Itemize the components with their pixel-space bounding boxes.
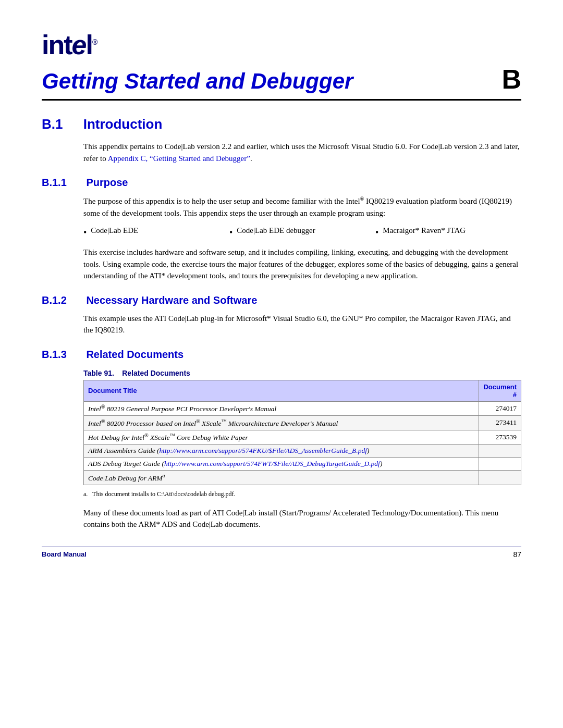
table-cell-title: Hot-Debug for Intel® XScale™ Core Debug … bbox=[84, 430, 479, 445]
section-b12-body: This example uses the ATI Code|Lab plug-… bbox=[83, 313, 521, 336]
section-b11-header: B.1.1 Purpose bbox=[42, 177, 521, 189]
bullet-text-2: Code|Lab EDE debugger bbox=[237, 226, 315, 235]
intel-logo-text: intel® bbox=[42, 30, 96, 60]
b13-body-after-text: Many of these documents load as part of … bbox=[83, 509, 498, 529]
section-b13-header: B.1.3 Related Documents bbox=[42, 349, 521, 361]
bullet-dot-1: • bbox=[83, 226, 87, 239]
b1-body-end: . bbox=[250, 154, 252, 163]
table-cell-title: ARM Assemblers Guide (http://www.arm.com… bbox=[84, 445, 479, 458]
table-cell-title: Code|Lab Debug for ARMa bbox=[84, 471, 479, 485]
bullet-dot-3: • bbox=[375, 226, 378, 239]
table-caption-label: Table 91. bbox=[83, 369, 114, 377]
section-b11-title: Purpose bbox=[86, 177, 128, 188]
chapter-letter: B bbox=[501, 64, 521, 95]
bullet-dot-2: • bbox=[229, 226, 232, 239]
bullet-text-1: Code|Lab EDE bbox=[91, 226, 138, 235]
table-header-title: Document Title bbox=[84, 380, 479, 401]
table-cell-docnum: 274017 bbox=[479, 401, 521, 416]
arm-assembler-link[interactable]: http://www.arm.com/support/574FKU/$File/… bbox=[160, 447, 367, 454]
table-header-number: Document # bbox=[479, 380, 521, 401]
section-b11-body: The purpose of this appendix is to help … bbox=[83, 195, 521, 219]
section-b13-body-after: Many of these documents load as part of … bbox=[83, 507, 521, 530]
bullet-text-3: Macraigor* Raven* JTAG bbox=[383, 226, 466, 235]
appendix-c-link[interactable]: Appendix C, “Getting Started and Debugge… bbox=[108, 154, 250, 163]
table-row: ADS Debug Target Guide (http://www.arm.c… bbox=[84, 458, 521, 471]
table-row: Hot-Debug for Intel® XScale™ Core Debug … bbox=[84, 430, 521, 445]
section-b13-number: B.1.3 bbox=[42, 349, 67, 360]
section-b13-title: Related Documents bbox=[86, 349, 183, 360]
section-b12-header: B.1.2 Necessary Hardware and Software bbox=[42, 294, 521, 306]
page-title: Getting Started and Debugger bbox=[42, 69, 353, 94]
footer-page-number: 87 bbox=[513, 550, 521, 559]
bullet-item-3: • Macraigor* Raven* JTAG bbox=[375, 226, 521, 239]
table-cell-docnum: 273411 bbox=[479, 416, 521, 430]
table-caption: Table 91. Related Documents bbox=[83, 369, 521, 378]
table-cell-docnum: 273539 bbox=[479, 430, 521, 445]
related-documents-table: Document Title Document # Intel® 80219 G… bbox=[83, 380, 521, 485]
footnote-text: a. This document installs to C:\Ati\docs… bbox=[83, 490, 235, 498]
b11-body2-text: This exercise includes hardware and soft… bbox=[83, 248, 518, 280]
table-cell-docnum bbox=[479, 458, 521, 471]
table-cell-title: Intel® 80200 Processor based on Intel® X… bbox=[84, 416, 479, 430]
bullet-item-2: • Code|Lab EDE debugger bbox=[229, 226, 375, 239]
section-b1-header: B.1 Introduction bbox=[42, 116, 521, 132]
section-b12-number: B.1.2 bbox=[42, 294, 67, 306]
section-b1-body: This appendix pertains to Code|Lab versi… bbox=[83, 141, 521, 164]
page-footer: Board Manual 87 bbox=[42, 547, 521, 559]
table-row: ARM Assemblers Guide (http://www.arm.com… bbox=[84, 445, 521, 458]
section-b11-number: B.1.1 bbox=[42, 177, 67, 188]
table-caption-title bbox=[116, 369, 120, 377]
table-row: Intel® 80219 General Purpose PCI Process… bbox=[84, 401, 521, 416]
section-b1-number: B.1 bbox=[42, 116, 63, 132]
bullet-list: • Code|Lab EDE • Code|Lab EDE debugger •… bbox=[83, 226, 521, 239]
intel-logo: intel® bbox=[42, 31, 521, 58]
section-b12-title: Necessary Hardware and Software bbox=[86, 294, 257, 306]
bullet-item-1: • Code|Lab EDE bbox=[83, 226, 229, 239]
table-cell-title: Intel® 80219 General Purpose PCI Process… bbox=[84, 401, 479, 416]
table-row: Code|Lab Debug for ARMa bbox=[84, 471, 521, 485]
table-row: Intel® 80200 Processor based on Intel® X… bbox=[84, 416, 521, 430]
section-b11-body2: This exercise includes hardware and soft… bbox=[83, 246, 521, 282]
page-title-section: Getting Started and Debugger B bbox=[42, 64, 521, 101]
table-caption-title-text: Related Documents bbox=[122, 369, 190, 377]
footer-label: Board Manual bbox=[42, 550, 87, 558]
table-cell-title: ADS Debug Target Guide (http://www.arm.c… bbox=[84, 458, 479, 471]
table-cell-docnum bbox=[479, 471, 521, 485]
ads-debug-link[interactable]: http://www.arm.com/support/574FWT/$File/… bbox=[164, 460, 380, 467]
section-b1-title: Introduction bbox=[83, 116, 163, 132]
table-cell-docnum bbox=[479, 445, 521, 458]
b12-body-text: This example uses the ATI Code|Lab plug-… bbox=[83, 314, 511, 335]
table-footnote: a. This document installs to C:\Ati\docs… bbox=[83, 489, 521, 499]
